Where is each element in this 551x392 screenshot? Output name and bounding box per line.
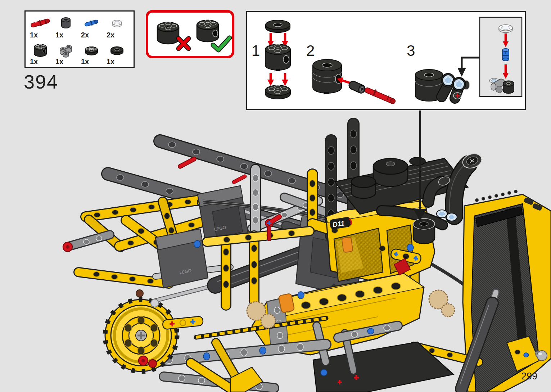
page-number: 299 [521,371,537,382]
gray-arm [63,235,110,252]
mount-target-stack [413,218,435,244]
side-panel [252,274,424,355]
model-illustration: LEGO LEGO [0,0,551,392]
red-pin-upper [180,159,194,167]
drive-sprocket [105,290,177,371]
red-pin-mid [234,176,245,182]
instruction-page: 1x 1x 2x [0,0,551,392]
